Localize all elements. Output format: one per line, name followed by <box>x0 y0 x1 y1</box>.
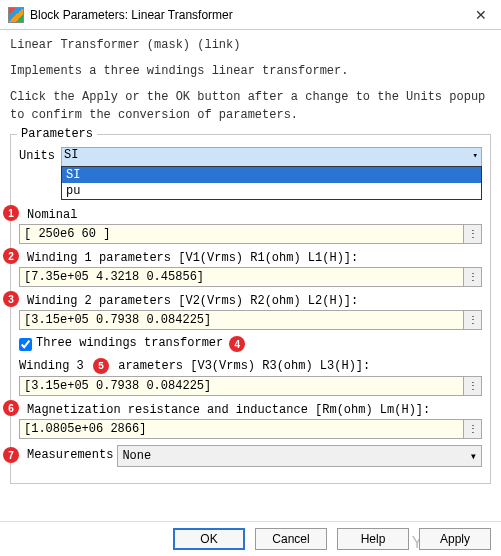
units-label: Units <box>19 149 55 163</box>
units-option-pu[interactable]: pu <box>62 183 481 199</box>
window-title: Block Parameters: Linear Transformer <box>30 8 461 22</box>
w1-input[interactable] <box>19 267 464 287</box>
w1-more-button[interactable]: ⋮ <box>464 267 482 287</box>
measurements-value: None <box>122 449 151 463</box>
parameters-group: Parameters Units SI ▾ SI pu 1 Nominal ⋮ <box>10 134 491 484</box>
mag-label: Magnetization resistance and inductance … <box>27 403 430 417</box>
annotation-badge-5: 5 <box>93 358 109 374</box>
apply-button[interactable]: Apply <box>419 528 491 550</box>
three-windings-checkbox[interactable] <box>19 338 32 351</box>
nominal-input[interactable] <box>19 224 464 244</box>
units-select[interactable]: SI ▾ <box>61 147 482 167</box>
annotation-badge-4: 4 <box>229 336 245 352</box>
w1-label: Winding 1 parameters [V1(Vrms) R1(ohm) L… <box>27 251 358 265</box>
measurements-select[interactable]: None ▾ <box>117 445 482 467</box>
description-2: Click the Apply or the OK button after a… <box>10 88 491 124</box>
separator <box>0 521 501 522</box>
w3-more-button[interactable]: ⋮ <box>464 376 482 396</box>
units-value: SI <box>64 148 78 162</box>
three-windings-label: Three windings transformer <box>36 336 223 350</box>
app-icon <box>8 7 24 23</box>
description-1: Implements a three windings linear trans… <box>10 62 491 80</box>
annotation-badge-1: 1 <box>3 205 19 221</box>
mask-link-text: Linear Transformer (mask) (link) <box>10 36 491 54</box>
nominal-more-button[interactable]: ⋮ <box>464 224 482 244</box>
help-button[interactable]: Help <box>337 528 409 550</box>
units-option-si[interactable]: SI <box>62 167 481 183</box>
group-title: Parameters <box>17 127 97 141</box>
close-button[interactable]: ✕ <box>461 0 501 30</box>
w2-label: Winding 2 parameters [V2(Vrms) R2(ohm) L… <box>27 294 358 308</box>
mag-more-button[interactable]: ⋮ <box>464 419 482 439</box>
cancel-button[interactable]: Cancel <box>255 528 327 550</box>
dropdown-icon: ▾ <box>473 150 478 161</box>
w3-input[interactable] <box>19 376 464 396</box>
dropdown-icon: ▾ <box>470 449 477 464</box>
nominal-label: Nominal <box>27 208 77 222</box>
dialog-buttons: OK Cancel Help Apply <box>173 528 491 550</box>
annotation-badge-3: 3 <box>3 291 19 307</box>
units-dropdown-list[interactable]: SI pu <box>61 166 482 200</box>
annotation-badge-2: 2 <box>3 248 19 264</box>
w2-input[interactable] <box>19 310 464 330</box>
titlebar: Block Parameters: Linear Transformer ✕ <box>0 0 501 30</box>
mag-input[interactable] <box>19 419 464 439</box>
ok-button[interactable]: OK <box>173 528 245 550</box>
w2-more-button[interactable]: ⋮ <box>464 310 482 330</box>
annotation-badge-7: 7 <box>3 447 19 463</box>
annotation-badge-6: 6 <box>3 400 19 416</box>
w3-label: Winding 3 5 arameters [V3(Vrms) R3(ohm) … <box>19 358 370 374</box>
measurements-label: Measurements <box>27 448 113 462</box>
w3-label-pre: Winding 3 <box>19 359 84 373</box>
w3-label-post: arameters [V3(Vrms) R3(ohm) L3(H)]: <box>118 359 370 373</box>
